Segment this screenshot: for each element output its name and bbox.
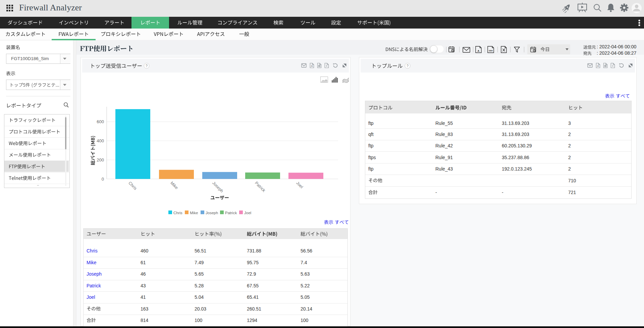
svg-text:?: ? [146,64,148,68]
svg-text:csv: csv [489,49,493,52]
svg-text:A: A [597,64,599,67]
svg-text:A: A [478,49,480,52]
svg-text:?: ? [407,64,409,68]
svg-text:A: A [311,64,313,67]
